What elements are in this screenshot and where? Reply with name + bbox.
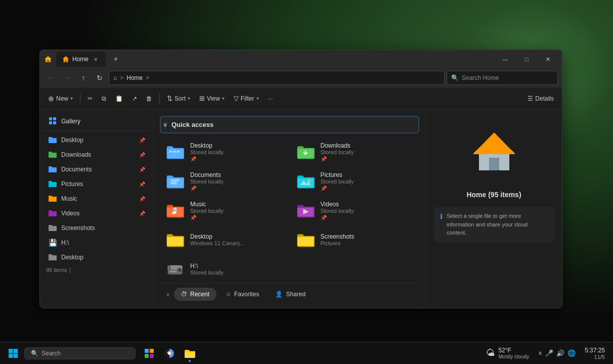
desktop-file-pin: 📌 (190, 156, 284, 162)
home-nav-icon: ⌂ (113, 74, 117, 81)
maximize-button[interactable]: □ (516, 52, 537, 67)
gallery-icon (48, 117, 57, 126)
cursor-indicator (70, 267, 70, 274)
toolbar-separator-2 (159, 94, 160, 104)
mic-icon: 🎤 (545, 349, 553, 357)
svg-rect-3 (53, 121, 56, 124)
paste-button[interactable]: 📋 (111, 90, 127, 107)
up-button[interactable]: ↑ (76, 71, 91, 85)
pictures-folder-icon (48, 180, 57, 189)
tab-shared[interactable]: 👤 Shared (268, 288, 313, 301)
back-button[interactable]: ← (44, 71, 58, 85)
main-panel: ∨ Quick access (154, 110, 562, 308)
clock-time: 5:37:25 (585, 347, 605, 354)
music-folder-svg (166, 201, 184, 219)
sidebar-item-documents[interactable]: Documents 📌 (42, 162, 151, 176)
file-explorer-window: Home ✕ + — □ ✕ ← → ↑ ↻ ⌂ > Home > 🔍 Sear… (39, 50, 562, 308)
more-button[interactable]: ··· (264, 90, 277, 107)
search-box[interactable]: 🔍 Search Home (447, 71, 558, 85)
sort-button[interactable]: ⇅ Sort ▾ (163, 90, 194, 107)
start-button[interactable] (4, 344, 22, 362)
forward-button[interactable]: → (60, 71, 74, 85)
svg-point-12 (174, 211, 177, 214)
active-tab[interactable]: Home ✕ (56, 52, 106, 67)
music-file-meta: Stored locally (190, 208, 284, 214)
taskbar-apps (140, 344, 199, 363)
breadcrumb-trailing-sep: > (146, 74, 149, 81)
file-item-ha-drive[interactable]: H:\ Stored locally (160, 255, 289, 283)
documents-file-name: Documents (190, 171, 284, 178)
sort-icon: ⇅ (167, 95, 172, 102)
screenshots-file-name: Screenshots (321, 233, 415, 240)
desktop-file-meta: Stored locally (190, 149, 284, 155)
refresh-button[interactable]: ↻ (93, 71, 107, 85)
screenshots-file-meta: Pictures (321, 240, 415, 246)
svg-marker-20 (473, 132, 515, 154)
tab-favorites[interactable]: ☆ Favorites (218, 288, 266, 301)
tab-close-button[interactable]: ✕ (92, 55, 100, 63)
window-controls: — □ ✕ (495, 52, 558, 67)
new-button[interactable]: ⊕ New ▾ (44, 90, 77, 107)
ha-drive-file-meta: Stored locally (190, 269, 284, 276)
tabs-chevron[interactable]: ∨ (166, 291, 170, 298)
desktop-canary-folder-svg (166, 231, 184, 249)
quick-access-header[interactable]: ∨ Quick access (160, 116, 419, 133)
clock[interactable]: 5:37:25 11/5 (581, 346, 609, 361)
svg-rect-15 (168, 265, 170, 270)
file-item-desktop-canary[interactable]: Desktop Windows 11 Canary... (160, 225, 289, 254)
new-tab-button[interactable]: + (110, 53, 122, 65)
taskbar-app-colorapp[interactable] (160, 344, 179, 363)
new-icon: ⊕ (48, 95, 54, 103)
screenshots-icon-wrap (295, 230, 316, 250)
sidebar-label-screenshots: Screenshots (61, 224, 95, 232)
recent-icon: ⏱ (181, 291, 187, 298)
address-path[interactable]: ⌂ > Home > (109, 71, 445, 85)
taskbar-app-widgets[interactable] (140, 344, 159, 363)
file-item-desktop[interactable]: Desktop Stored locally 📌 (160, 138, 289, 166)
svg-rect-5 (173, 151, 176, 153)
sidebar-item-screenshots[interactable]: Screenshots (42, 221, 151, 235)
network-icon: 🌐 (567, 349, 576, 357)
tab-label: Home (72, 56, 89, 63)
favorites-icon: ☆ (226, 291, 231, 298)
svg-rect-7 (170, 179, 180, 180)
tab-recent[interactable]: ⏱ Recent (174, 288, 216, 301)
file-item-videos[interactable]: Videos Stored locally 📌 (290, 196, 420, 224)
sidebar-item-gallery[interactable]: Gallery (42, 114, 151, 128)
sidebar-item-videos[interactable]: Videos 📌 (42, 206, 151, 220)
filter-button[interactable]: ▽ Filter ▾ (230, 90, 263, 107)
share-button[interactable]: ↗ (128, 90, 141, 107)
svg-rect-29 (150, 349, 154, 353)
minimize-button[interactable]: — (495, 52, 515, 67)
close-button[interactable]: ✕ (538, 52, 558, 67)
file-item-music[interactable]: Music Stored locally 📌 (160, 196, 289, 224)
delete-button[interactable]: 🗑 (142, 90, 156, 107)
documents-icon-wrap (165, 171, 185, 191)
sidebar-item-downloads[interactable]: Downloads 📌 (42, 148, 151, 162)
sidebar-item-ha[interactable]: 💾 H:\ (42, 236, 151, 250)
music-file-name: Music (190, 201, 284, 208)
file-item-downloads[interactable]: Downloads Stored locally 📌 (290, 138, 420, 166)
copy-button[interactable]: ⧉ (98, 90, 110, 107)
weather-widget[interactable]: 🌤 52°F Mostly cloudy (482, 345, 533, 361)
shared-icon: 👤 (275, 291, 283, 298)
sidebar-item-desktop[interactable]: Desktop 📌 (42, 133, 151, 147)
view-button[interactable]: ⊞ View ▾ (195, 90, 229, 107)
sys-icons[interactable]: ∧ 🎤 🔊 🌐 (535, 347, 579, 359)
screenshots-file-details: Screenshots Pictures (321, 233, 415, 246)
weather-info: 52°F Mostly cloudy (498, 347, 529, 359)
cut-button[interactable]: ✂ (83, 90, 97, 107)
weather-temp: 52°F (498, 347, 529, 354)
file-item-documents[interactable]: Documents Stored locally 📌 (160, 167, 289, 195)
details-button[interactable]: ☰ Details (523, 90, 558, 107)
pictures-folder-svg (296, 172, 315, 190)
file-item-screenshots[interactable]: Screenshots Pictures (290, 225, 420, 254)
sidebar-item-music[interactable]: Music 📌 (42, 192, 151, 206)
taskbar-app-explorer[interactable] (180, 344, 199, 363)
videos-file-details: Videos Stored locally 📌 (321, 201, 415, 220)
filter-icon: ▽ (234, 95, 239, 102)
taskbar-search[interactable]: 🔍 Search (24, 347, 136, 359)
sidebar-item-desktop2[interactable]: Desktop (42, 250, 151, 264)
file-item-pictures[interactable]: Pictures Stored locally 📌 (290, 167, 420, 195)
sidebar-item-pictures[interactable]: Pictures 📌 (42, 177, 151, 191)
